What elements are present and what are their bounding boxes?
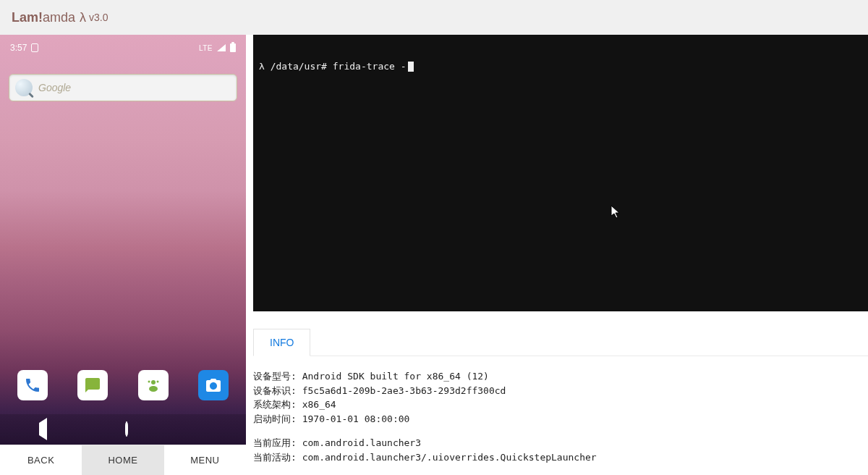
- android-navbar: [0, 414, 246, 445]
- info-row-activity: 当前活动: com.android.launcher3/.uioverrides…: [253, 450, 868, 465]
- signal-icon: [217, 44, 226, 51]
- tabs: INFO: [253, 329, 868, 356]
- terminal-cursor: [408, 62, 414, 72]
- terminal-cwd: /data/usr#: [271, 61, 327, 72]
- terminal[interactable]: λ /data/usr# frida-trace -: [253, 35, 868, 311]
- svg-point-0: [151, 380, 156, 384]
- battery-icon: [230, 43, 236, 52]
- svg-point-4: [211, 384, 216, 388]
- phone-app-icon[interactable]: [17, 370, 48, 400]
- app-header: Lam!amda λ v3.0: [0, 0, 868, 35]
- svg-point-3: [156, 381, 158, 383]
- nav-home-icon[interactable]: [125, 423, 128, 436]
- brand-suffix: amda: [43, 10, 75, 25]
- lambda-icon: λ: [80, 10, 86, 25]
- svg-point-1: [149, 386, 158, 392]
- terminal-prompt-symbol: λ: [259, 61, 265, 72]
- info-row-app: 当前应用: com.android.launcher3: [253, 436, 868, 450]
- device-mirror[interactable]: 3:57 LTE Google: [0, 35, 246, 445]
- brand-prefix: Lam: [12, 10, 38, 25]
- network-label: LTE: [199, 44, 213, 52]
- version-label: v3.0: [89, 12, 108, 23]
- nav-back-icon[interactable]: [39, 423, 47, 436]
- home-button[interactable]: HOME: [82, 445, 163, 475]
- search-icon: [15, 79, 33, 96]
- google-search-widget[interactable]: Google: [9, 74, 237, 101]
- left-panel: 3:57 LTE Google: [0, 35, 246, 475]
- info-row-arch: 系统架构: x86_64: [253, 398, 868, 412]
- info-row-boot: 启动时间: 1970-01-01 08:00:00: [253, 412, 868, 426]
- right-panel: λ /data/usr# frida-trace - INFO 设备型号: An…: [246, 35, 868, 475]
- terminal-command: frida-trace -: [333, 61, 407, 72]
- tab-info[interactable]: INFO: [253, 329, 310, 356]
- dock: [0, 365, 246, 405]
- messages-app-icon[interactable]: [77, 370, 108, 400]
- svg-point-2: [148, 381, 150, 383]
- back-button[interactable]: BACK: [0, 445, 82, 475]
- search-placeholder: Google: [38, 82, 71, 93]
- app-drawer-icon[interactable]: [138, 370, 169, 400]
- info-row-model: 设备型号: Android SDK built for x86_64 (12): [253, 369, 868, 384]
- status-bar: 3:57 LTE: [0, 41, 246, 55]
- camera-app-icon[interactable]: [198, 370, 229, 400]
- info-row-id: 设备标识: f5c5a6d1-209b-2ae3-3b63-293d2ff300…: [253, 384, 868, 398]
- status-time: 3:57: [10, 43, 27, 53]
- info-panel: 设备型号: Android SDK built for x86_64 (12) …: [253, 356, 868, 464]
- device-controls: BACK HOME MENU: [0, 445, 246, 475]
- menu-button[interactable]: MENU: [164, 445, 246, 475]
- sim-icon: [31, 43, 38, 52]
